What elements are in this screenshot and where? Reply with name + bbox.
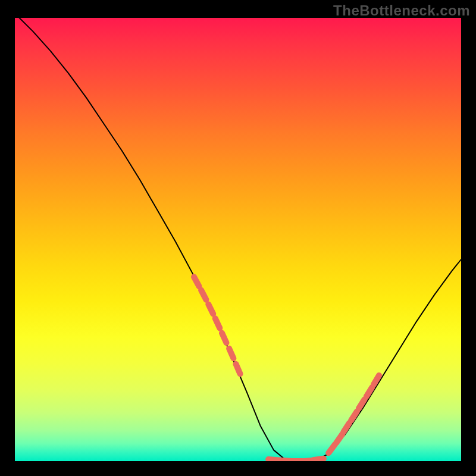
dash-marker xyxy=(236,364,240,374)
plot-area xyxy=(15,18,461,461)
chart-svg xyxy=(15,18,461,461)
chart-frame: TheBottleneck.com xyxy=(0,0,476,476)
dash-marker xyxy=(328,444,335,453)
dash-marker xyxy=(313,459,324,460)
dash-marker xyxy=(222,333,227,343)
dash-marker xyxy=(343,423,349,432)
dash-marker xyxy=(215,318,220,328)
dash-marker xyxy=(336,434,342,443)
curve-path xyxy=(20,18,462,461)
dash-marker xyxy=(201,290,206,300)
dash-marker xyxy=(208,304,213,314)
dash-marker xyxy=(229,349,233,358)
dash-marker xyxy=(194,277,199,286)
watermark-text: TheBottleneck.com xyxy=(333,2,470,19)
